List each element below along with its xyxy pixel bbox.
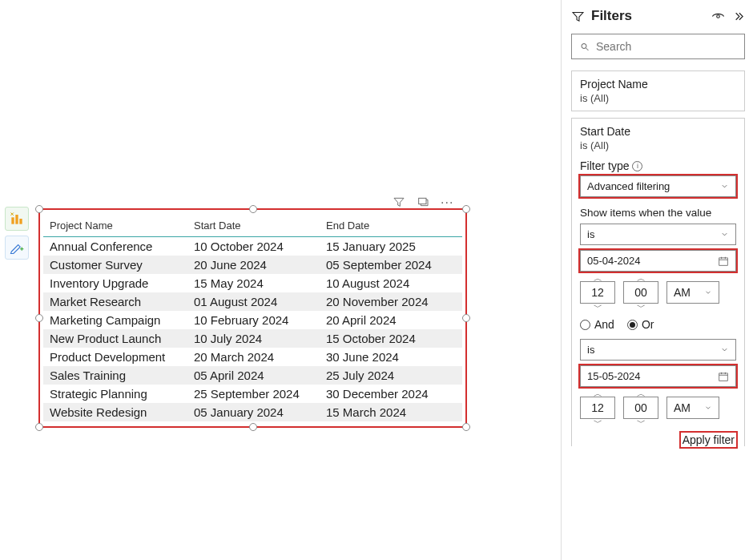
table-row[interactable]: Inventory Upgrade15 May 202410 August 20… bbox=[43, 274, 462, 292]
minute-spinner: ︿ 00 ﹀ bbox=[623, 390, 658, 425]
search-icon bbox=[580, 41, 590, 53]
table-cell: Inventory Upgrade bbox=[43, 274, 187, 292]
hour-down[interactable]: ﹀ bbox=[594, 419, 602, 425]
hour-up[interactable]: ︿ bbox=[594, 275, 602, 281]
table-cell: 10 October 2024 bbox=[187, 237, 320, 256]
hour-value[interactable]: 12 bbox=[580, 397, 615, 419]
col-header[interactable]: End Date bbox=[320, 215, 462, 237]
table-cell: Sales Training bbox=[43, 366, 187, 385]
table-cell: 30 June 2024 bbox=[320, 348, 462, 366]
table-cell: Strategic Planning bbox=[43, 385, 187, 403]
filter-type-label: Filter type i bbox=[580, 159, 736, 172]
filters-pane: Filters Project Name is (All) Start Date… bbox=[561, 0, 753, 560]
svg-rect-7 bbox=[719, 373, 728, 380]
collapse-pane-icon[interactable] bbox=[731, 10, 745, 23]
table-row[interactable]: Annual Conference10 October 202415 Janua… bbox=[43, 237, 462, 256]
filter-type-dropdown[interactable]: Advanced filtering bbox=[580, 175, 736, 197]
table-cell: 25 July 2024 bbox=[320, 366, 462, 385]
hour-spinner: ︿ 12 ﹀ bbox=[580, 275, 615, 310]
minute-value[interactable]: 00 bbox=[623, 281, 658, 304]
minute-value[interactable]: 00 bbox=[623, 397, 658, 419]
operator-value: is bbox=[587, 344, 594, 356]
resize-handle[interactable] bbox=[462, 314, 470, 322]
report-canvas: ··· Project Name Start Date End Date Ann… bbox=[0, 0, 561, 560]
col-header[interactable]: Project Name bbox=[43, 215, 187, 237]
resize-handle[interactable] bbox=[35, 314, 43, 322]
copilot-visual-icon[interactable] bbox=[5, 207, 29, 231]
chevron-down-icon bbox=[704, 404, 712, 412]
table-row[interactable]: Customer Survey20 June 202405 September … bbox=[43, 256, 462, 274]
apply-filter-button[interactable]: Apply filter bbox=[681, 433, 736, 447]
ampm-dropdown[interactable]: AM bbox=[666, 281, 719, 304]
minute-down[interactable]: ﹀ bbox=[637, 304, 646, 310]
resize-handle[interactable] bbox=[249, 423, 257, 431]
hour-down[interactable]: ﹀ bbox=[594, 304, 602, 310]
col-header[interactable]: Start Date bbox=[187, 215, 320, 237]
svg-rect-1 bbox=[15, 215, 18, 224]
resize-handle[interactable] bbox=[35, 423, 43, 431]
apply-filter-row: Apply filter bbox=[580, 433, 736, 446]
or-radio[interactable]: Or bbox=[627, 318, 654, 331]
resize-handle[interactable] bbox=[462, 423, 470, 431]
condition1-time-row: ︿ 12 ﹀ ︿ 00 ﹀ AM bbox=[580, 275, 736, 310]
filter-icon[interactable] bbox=[393, 195, 405, 208]
calendar-icon[interactable] bbox=[718, 371, 729, 382]
show-items-label: Show items when the value bbox=[580, 207, 736, 219]
table-cell: 20 November 2024 bbox=[320, 292, 462, 311]
table-cell: 20 April 2024 bbox=[320, 311, 462, 329]
table-cell: New Product Launch bbox=[43, 329, 187, 348]
operator-value: is bbox=[587, 228, 594, 240]
calendar-icon[interactable] bbox=[718, 256, 729, 267]
table-row[interactable]: Marketing Campaign10 February 202420 Apr… bbox=[43, 311, 462, 329]
filter-type-value: Advanced filtering bbox=[587, 180, 670, 192]
ampm-dropdown[interactable]: AM bbox=[666, 397, 719, 419]
table-cell: 10 February 2024 bbox=[187, 311, 320, 329]
hour-up[interactable]: ︿ bbox=[594, 390, 602, 397]
show-hide-icon[interactable] bbox=[711, 10, 725, 23]
svg-rect-0 bbox=[11, 217, 14, 224]
filter-card-project-name[interactable]: Project Name is (All) bbox=[571, 71, 745, 111]
table-row[interactable]: Market Research01 August 202420 November… bbox=[43, 292, 462, 311]
filter-card-value: is (All) bbox=[580, 139, 736, 151]
table-row[interactable]: Strategic Planning25 September 202430 De… bbox=[43, 385, 462, 403]
funnel-icon bbox=[571, 10, 585, 23]
condition1-date-input[interactable]: 05-04-2024 bbox=[580, 250, 736, 272]
chevron-down-icon bbox=[704, 288, 712, 296]
table-row[interactable]: Sales Training05 April 202425 July 2024 bbox=[43, 366, 462, 385]
minute-down[interactable]: ﹀ bbox=[637, 419, 646, 425]
minute-up[interactable]: ︿ bbox=[637, 390, 646, 397]
focus-mode-icon[interactable] bbox=[417, 195, 429, 208]
table-visual[interactable]: Project Name Start Date End Date Annual … bbox=[38, 208, 467, 428]
condition1-operator-dropdown[interactable]: is bbox=[580, 224, 736, 245]
table-row[interactable]: Website Redesign05 January 202415 March … bbox=[43, 403, 462, 421]
resize-handle[interactable] bbox=[462, 205, 470, 213]
filter-search[interactable] bbox=[571, 34, 745, 59]
resize-handle[interactable] bbox=[35, 205, 43, 213]
table-cell: 05 April 2024 bbox=[187, 366, 320, 385]
condition2-time-row: ︿ 12 ﹀ ︿ 00 ﹀ AM bbox=[580, 390, 736, 425]
chevron-down-icon bbox=[720, 345, 729, 354]
condition2-operator-dropdown[interactable]: is bbox=[580, 339, 736, 361]
resize-handle[interactable] bbox=[249, 205, 257, 213]
and-radio[interactable]: And bbox=[580, 318, 614, 331]
minute-spinner: ︿ 00 ﹀ bbox=[623, 275, 658, 310]
edit-pencil-icon[interactable] bbox=[5, 236, 29, 260]
filter-card-value: is (All) bbox=[580, 92, 736, 104]
svg-point-4 bbox=[717, 14, 720, 18]
table-row[interactable]: Product Development20 March 202430 June … bbox=[43, 348, 462, 366]
svg-rect-6 bbox=[719, 257, 728, 264]
table-cell: 15 October 2024 bbox=[320, 329, 462, 348]
filters-header: Filters bbox=[571, 8, 745, 24]
table-row[interactable]: New Product Launch10 July 202415 October… bbox=[43, 329, 462, 348]
minute-up[interactable]: ︿ bbox=[637, 275, 646, 281]
search-input[interactable] bbox=[596, 40, 736, 53]
ampm-value: AM bbox=[674, 401, 691, 414]
table-cell: 15 March 2024 bbox=[320, 403, 462, 421]
svg-point-5 bbox=[582, 43, 586, 48]
info-icon[interactable]: i bbox=[632, 161, 642, 171]
condition2-date-input[interactable]: 15-05-2024 bbox=[580, 365, 736, 387]
filter-card-start-date[interactable]: Start Date is (All) Filter type i Advanc… bbox=[571, 118, 745, 446]
hour-value[interactable]: 12 bbox=[580, 281, 615, 304]
svg-rect-2 bbox=[19, 219, 22, 224]
ampm-value: AM bbox=[674, 286, 691, 299]
